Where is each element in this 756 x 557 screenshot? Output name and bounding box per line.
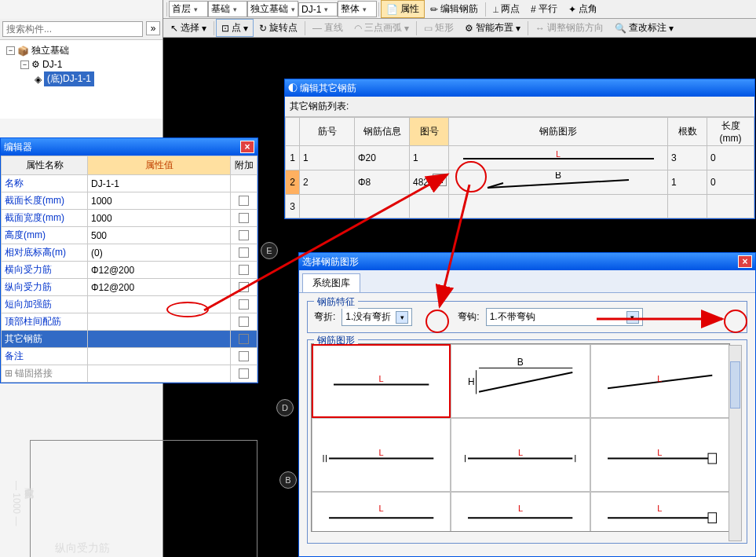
property-editor: 编辑器 × 属性名称 属性值 附加 名称DJ-1-1截面长度(mm)1000截面…: [0, 137, 258, 383]
expand-button[interactable]: »: [146, 21, 160, 35]
point-button[interactable]: ⊡ 点 ▾: [216, 19, 254, 37]
whole-select[interactable]: 整体: [338, 1, 377, 17]
svg-line-6: [479, 372, 572, 392]
select-rebar-shape-dialog: 选择钢筋图形 × 系统图库 钢筋特征 弯折: 1.没有弯折▾ 弯钩: 1.不带弯…: [298, 252, 756, 557]
shape-grid[interactable]: L BH L L L: [311, 343, 730, 532]
arc-button: ◠ 三点画弧 ▾: [349, 19, 415, 37]
prop-title: 编辑器: [4, 141, 32, 154]
dlg-shape-title: 选择钢筋图形: [302, 255, 359, 269]
svg-line-1: [488, 180, 629, 188]
scrollbar[interactable]: [729, 345, 742, 541]
bend-select[interactable]: 1.没有弯折▾: [341, 308, 412, 326]
bend-label: 弯折:: [314, 310, 335, 324]
close-icon[interactable]: ×: [738, 255, 752, 268]
prop-row[interactable]: 纵向受力筋Φ12@200: [2, 279, 257, 296]
shape-cell-1[interactable]: L: [312, 344, 451, 418]
prop-row[interactable]: 截面宽度(mm)1000: [2, 210, 257, 227]
list-label: 其它钢筋列表:: [285, 97, 754, 117]
shape-cell-6[interactable]: L: [590, 418, 729, 492]
hook-select[interactable]: 1.不带弯钩▾: [486, 308, 643, 326]
point-angle-button[interactable]: ✦ 点角: [563, 0, 603, 18]
node-e[interactable]: E: [261, 242, 278, 259]
shape-cell-3[interactable]: L: [590, 344, 729, 418]
close-icon[interactable]: ×: [240, 141, 254, 153]
col-name: 属性名称: [2, 156, 88, 175]
prop-row[interactable]: 横向受力筋Φ12@200: [2, 262, 257, 279]
prop-row[interactable]: 备注: [2, 348, 257, 365]
property-button[interactable]: 📄 属性: [381, 0, 425, 18]
shape-cell-5[interactable]: L: [451, 418, 590, 492]
prop-row[interactable]: 短向加强筋: [2, 296, 257, 313]
anno-circle-1: [455, 161, 487, 192]
shape-cell-8[interactable]: L 两侧贴焊锚筋: [451, 492, 590, 532]
prop-row[interactable]: 名称DJ-1-1: [2, 175, 257, 192]
svg-text:B: B: [517, 357, 524, 368]
prop-row[interactable]: 其它钢筋: [2, 331, 257, 348]
rebar-row-2[interactable]: 2 2 Φ8 482 ... B 1 0: [286, 170, 754, 195]
anno-circle-4: [724, 310, 747, 333]
prop-row[interactable]: ⊞ 锚固搭接: [2, 365, 257, 383]
tree-dj1-1[interactable]: (底)DJ-1-1: [44, 71, 94, 86]
anno-circle-3: [425, 310, 449, 333]
rebar-row-1[interactable]: 1 1 Φ20 1 L 3 0: [286, 146, 754, 170]
rotate-point-button[interactable]: ↻ 旋转点: [254, 19, 303, 37]
select-button[interactable]: ↖ 选择 ▾: [165, 19, 212, 37]
svg-text:H: H: [468, 376, 475, 387]
search-input[interactable]: [2, 21, 143, 37]
footprint-rect: [30, 440, 257, 557]
svg-rect-21: [708, 513, 717, 523]
adjust-dir-button: ↔ 调整钢筋方向: [530, 19, 609, 37]
rebar-table[interactable]: 筋号 钢筋信息 图号 钢筋图形 根数 长度(mm) 1 1 Φ20 1 L 3 …: [285, 117, 754, 218]
prop-row[interactable]: 高度(mm)500: [2, 227, 257, 244]
shape-cell-9[interactable]: L 穿孔塞焊锚板: [590, 492, 729, 532]
rect-button: ▭ 矩形: [418, 19, 459, 37]
side-label: 截面宽度— 1000 —: [11, 481, 35, 526]
node-d[interactable]: D: [276, 399, 294, 416]
shape-cell-7[interactable]: L 一侧贴焊锚筋: [312, 492, 451, 532]
prop-row[interactable]: 顶部柱间配筋: [2, 313, 257, 331]
line-button: — 直线: [307, 19, 349, 37]
edit-other-rebar-dialog: ◐ 编辑其它钢筋 其它钢筋列表: 筋号 钢筋信息 图号 钢筋图形 根数 长度(m…: [284, 79, 755, 219]
component-tree[interactable]: − 📦 独立基础 − ⚙ DJ-1 ◈ (底)DJ-1-1: [0, 40, 163, 119]
bottom-label: 纵向受力筋: [55, 541, 110, 555]
col-value: 属性值: [88, 156, 231, 175]
edit-rebar-button[interactable]: ✏ 编辑钢筋: [425, 0, 484, 18]
indep-select[interactable]: 独立基础: [247, 1, 298, 17]
basic-select[interactable]: 基础: [208, 1, 247, 17]
anno-circle-2: [166, 302, 209, 317]
hook-label: 弯钩:: [458, 310, 479, 324]
floor-select[interactable]: 首层: [169, 1, 208, 17]
node-b[interactable]: B: [279, 471, 297, 489]
dj-select[interactable]: DJ-1: [298, 2, 338, 16]
two-point-button[interactable]: ⟂ 两点: [488, 0, 525, 18]
check-annot-button[interactable]: 🔍 查改标注 ▾: [609, 19, 679, 37]
col-add: 附加: [231, 156, 257, 175]
shape-cell-4[interactable]: L: [312, 418, 451, 492]
dlg-edit-title: ◐ 编辑其它钢筋: [288, 82, 356, 95]
tab-system-library[interactable]: 系统图库: [302, 273, 360, 292]
smart-layout-button[interactable]: ⚙ 智能布置 ▾: [459, 19, 526, 37]
parallel-button[interactable]: # 平行: [525, 0, 563, 18]
tree-root[interactable]: 独立基础: [31, 44, 69, 57]
shape-picker-button[interactable]: ...: [433, 174, 447, 186]
rebar-feature-group: 钢筋特征 弯折: 1.没有弯折▾ 弯钩: 1.不带弯钩▾: [307, 301, 747, 333]
shape-cell-2[interactable]: BH: [451, 344, 590, 418]
svg-rect-17: [708, 453, 717, 464]
prop-row[interactable]: 截面长度(mm)1000: [2, 192, 257, 210]
prop-row[interactable]: 相对底标高(m)(0): [2, 244, 257, 262]
rebar-row-3[interactable]: 3: [286, 195, 754, 218]
tree-dj1[interactable]: DJ-1: [42, 59, 62, 70]
svg-text:B: B: [555, 172, 561, 181]
rebar-shape-group: 钢筋图形 L BH L L: [307, 339, 747, 544]
